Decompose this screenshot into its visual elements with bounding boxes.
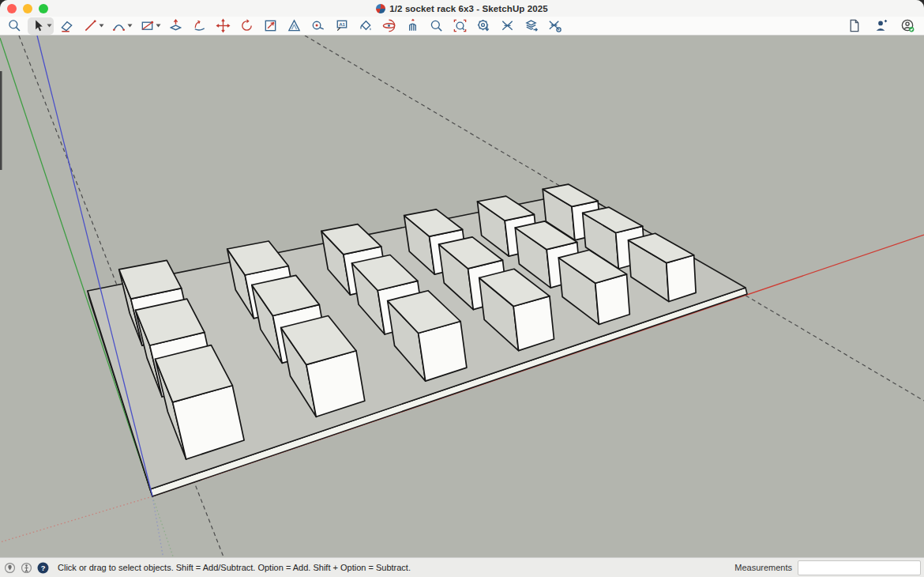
tool-group-scale xyxy=(260,17,281,35)
close-button[interactable] xyxy=(7,4,17,13)
title-bar: 1/2 socket rack 6x3 - SketchUp 2025 xyxy=(0,0,924,17)
tool-protractor-button[interactable] xyxy=(284,17,304,35)
window-edge-sliver xyxy=(0,71,2,170)
traffic-lights xyxy=(7,4,48,13)
tool-follow-me-button[interactable] xyxy=(190,17,209,35)
sketchup-window: 1/2 socket rack 6x3 - SketchUp 2025 A1 ?… xyxy=(0,0,924,577)
tool-group-rectangle xyxy=(137,17,163,35)
tool-tape-measure-button[interactable] xyxy=(308,17,328,35)
tool-group-crossed-curves-settings xyxy=(544,17,565,35)
tool-group-paint-bucket xyxy=(355,17,376,35)
tool-rectangle-dropdown[interactable] xyxy=(155,17,162,35)
tool-group-text: A1 xyxy=(331,17,352,35)
tool-move-button[interactable] xyxy=(213,17,233,35)
model-viewport[interactable] xyxy=(0,36,924,557)
tool-line-dropdown[interactable] xyxy=(98,17,105,35)
tool-search-button[interactable] xyxy=(5,17,24,35)
title-wrap: 1/2 socket rack 6x3 - SketchUp 2025 xyxy=(376,4,547,13)
tool-warehouse-download-button[interactable] xyxy=(474,17,494,35)
tool-scale-button[interactable] xyxy=(261,17,280,35)
tool-crossed-curves-settings-button[interactable] xyxy=(545,17,565,35)
arc-icon xyxy=(111,18,126,33)
tool-crossed-curves-button[interactable] xyxy=(498,17,517,35)
tool-group-zoom-extents xyxy=(449,17,471,35)
tool-group-layers-export xyxy=(520,17,542,35)
toolbar: A1 xyxy=(0,17,924,36)
tool-pan-button[interactable] xyxy=(403,17,423,35)
account-button[interactable] xyxy=(898,17,918,35)
window-title: 1/2 socket rack 6x3 - SketchUp 2025 xyxy=(389,4,547,13)
tool-rotate-button[interactable] xyxy=(237,17,257,35)
toolbar-right xyxy=(844,17,918,35)
zoom-icon xyxy=(429,18,444,33)
tool-group-follow-me xyxy=(189,17,210,35)
select-icon xyxy=(31,18,46,33)
tool-select-dropdown[interactable] xyxy=(46,17,53,35)
orbit-icon xyxy=(381,18,396,33)
tool-group-eraser xyxy=(56,17,77,35)
rectangle-icon xyxy=(140,18,155,33)
svg-text:A1: A1 xyxy=(339,21,345,27)
tool-group-pan xyxy=(402,17,423,35)
status-hint: Click or drag to select objects. Shift =… xyxy=(58,563,411,572)
document-icon xyxy=(847,18,862,33)
minimize-button[interactable] xyxy=(23,4,32,13)
push-pull-icon xyxy=(168,18,183,33)
person-add-icon xyxy=(873,18,888,33)
zoom-extents-icon xyxy=(453,18,468,33)
crossed-curves-settings-icon xyxy=(547,18,562,33)
sketchup-logo-icon xyxy=(376,4,385,13)
status-bar: ? Click or drag to select objects. Shift… xyxy=(0,557,924,577)
account-icon xyxy=(900,18,915,33)
tool-push-pull-button[interactable] xyxy=(166,17,186,35)
tool-arc-dropdown[interactable] xyxy=(126,17,133,35)
follow-me-icon xyxy=(192,18,207,33)
svg-text:?: ? xyxy=(41,564,46,571)
tool-group-push-pull xyxy=(165,17,186,35)
tool-text-button[interactable]: A1 xyxy=(332,17,351,35)
document-button[interactable] xyxy=(844,17,864,35)
tool-group-line xyxy=(80,17,106,35)
paint-bucket-icon xyxy=(358,18,373,33)
tool-group-orbit xyxy=(378,17,400,35)
line-icon xyxy=(83,18,98,33)
person-add-button[interactable] xyxy=(871,17,891,35)
tool-group-protractor xyxy=(284,17,305,35)
measurements-input[interactable] xyxy=(798,560,921,575)
tool-zoom-extents-button[interactable] xyxy=(450,17,470,35)
tool-group-warehouse-download xyxy=(473,17,494,35)
layers-export-icon xyxy=(524,18,539,33)
tool-group-select xyxy=(28,17,54,35)
crossed-curves-icon xyxy=(500,18,515,33)
tool-group-arc xyxy=(108,17,134,35)
tool-zoom-button[interactable] xyxy=(426,17,446,35)
pan-icon xyxy=(405,18,420,33)
tool-group-move xyxy=(212,17,234,35)
measurements-label: Measurements xyxy=(734,563,792,572)
move-icon xyxy=(216,18,231,33)
geolocation-icon[interactable] xyxy=(3,561,17,575)
tape-measure-icon xyxy=(310,18,325,33)
figure-icon[interactable] xyxy=(20,561,33,575)
tool-group-crossed-curves xyxy=(497,17,518,35)
protractor-icon xyxy=(287,18,302,33)
scale-icon xyxy=(263,18,278,33)
search-icon xyxy=(7,18,22,33)
tool-group-zoom xyxy=(426,17,447,35)
tool-paint-bucket-button[interactable] xyxy=(355,17,375,35)
rotate-icon xyxy=(239,18,254,33)
fullscreen-button[interactable] xyxy=(39,4,48,13)
warehouse-download-icon xyxy=(476,18,491,33)
tool-layers-export-button[interactable] xyxy=(521,17,541,35)
tool-orbit-button[interactable] xyxy=(379,17,399,35)
text-icon: A1 xyxy=(334,18,349,33)
eraser-icon xyxy=(59,18,74,33)
tool-group-search xyxy=(4,17,25,35)
tool-eraser-button[interactable] xyxy=(57,17,77,35)
tool-group-rotate xyxy=(236,17,257,35)
tool-group-tape-measure xyxy=(307,17,329,35)
help-icon[interactable]: ? xyxy=(36,561,50,575)
